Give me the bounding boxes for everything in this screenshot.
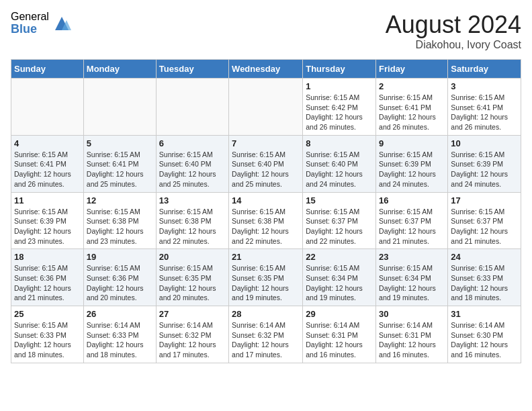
- calendar-cell: 10Sunrise: 6:15 AM Sunset: 6:39 PM Dayli…: [448, 135, 521, 192]
- calendar-cell: 26Sunrise: 6:14 AM Sunset: 6:33 PM Dayli…: [83, 306, 156, 363]
- day-info: Sunrise: 6:15 AM Sunset: 6:37 PM Dayligh…: [451, 207, 518, 246]
- weekday-header-sunday: Sunday: [11, 60, 84, 79]
- logo: General Blue: [11, 11, 72, 36]
- calendar-cell: 15Sunrise: 6:15 AM Sunset: 6:37 PM Dayli…: [303, 192, 376, 249]
- calendar-cell: 16Sunrise: 6:15 AM Sunset: 6:37 PM Dayli…: [376, 192, 448, 249]
- calendar-cell: 5Sunrise: 6:15 AM Sunset: 6:41 PM Daylig…: [83, 135, 156, 192]
- day-number: 28: [232, 309, 300, 319]
- day-info: Sunrise: 6:15 AM Sunset: 6:35 PM Dayligh…: [232, 263, 300, 303]
- day-info: Sunrise: 6:15 AM Sunset: 6:41 PM Dayligh…: [379, 93, 445, 132]
- calendar-cell: 27Sunrise: 6:14 AM Sunset: 6:32 PM Dayli…: [156, 306, 228, 363]
- weekday-header-monday: Monday: [83, 60, 156, 79]
- calendar-week-row: 11Sunrise: 6:15 AM Sunset: 6:39 PM Dayli…: [11, 192, 521, 249]
- day-number: 21: [232, 252, 300, 262]
- day-info: Sunrise: 6:15 AM Sunset: 6:40 PM Dayligh…: [306, 150, 373, 189]
- calendar-cell: 6Sunrise: 6:15 AM Sunset: 6:40 PM Daylig…: [156, 135, 228, 192]
- day-info: Sunrise: 6:15 AM Sunset: 6:38 PM Dayligh…: [87, 207, 153, 246]
- day-info: Sunrise: 6:15 AM Sunset: 6:41 PM Dayligh…: [451, 93, 518, 132]
- day-info: Sunrise: 6:15 AM Sunset: 6:41 PM Dayligh…: [14, 150, 81, 189]
- calendar-cell: 24Sunrise: 6:15 AM Sunset: 6:33 PM Dayli…: [448, 249, 521, 306]
- logo-general: General: [11, 11, 49, 23]
- day-number: 31: [451, 309, 518, 319]
- day-info: Sunrise: 6:15 AM Sunset: 6:34 PM Dayligh…: [379, 263, 445, 303]
- calendar-cell: 12Sunrise: 6:15 AM Sunset: 6:38 PM Dayli…: [83, 192, 156, 249]
- day-number: 18: [14, 252, 81, 262]
- weekday-header-thursday: Thursday: [303, 60, 376, 79]
- day-info: Sunrise: 6:15 AM Sunset: 6:41 PM Dayligh…: [87, 150, 153, 189]
- day-number: 16: [379, 195, 445, 205]
- day-number: 17: [451, 195, 518, 205]
- day-info: Sunrise: 6:14 AM Sunset: 6:31 PM Dayligh…: [379, 320, 445, 360]
- day-number: 2: [379, 81, 445, 91]
- calendar-cell: 14Sunrise: 6:15 AM Sunset: 6:38 PM Dayli…: [229, 192, 303, 249]
- day-info: Sunrise: 6:15 AM Sunset: 6:37 PM Dayligh…: [306, 207, 373, 246]
- day-info: Sunrise: 6:15 AM Sunset: 6:36 PM Dayligh…: [14, 263, 81, 303]
- day-info: Sunrise: 6:15 AM Sunset: 6:36 PM Dayligh…: [87, 263, 153, 303]
- day-number: 3: [451, 81, 518, 91]
- day-number: 13: [159, 195, 226, 205]
- calendar-cell: [11, 79, 84, 136]
- calendar-cell: [83, 79, 156, 136]
- day-number: 9: [379, 138, 445, 148]
- calendar-cell: [229, 79, 303, 136]
- day-number: 23: [379, 252, 445, 262]
- day-info: Sunrise: 6:15 AM Sunset: 6:40 PM Dayligh…: [159, 150, 226, 189]
- day-info: Sunrise: 6:15 AM Sunset: 6:38 PM Dayligh…: [232, 207, 300, 246]
- day-info: Sunrise: 6:15 AM Sunset: 6:33 PM Dayligh…: [14, 320, 81, 360]
- calendar-cell: 21Sunrise: 6:15 AM Sunset: 6:35 PM Dayli…: [229, 249, 303, 306]
- calendar-table: SundayMondayTuesdayWednesdayThursdayFrid…: [11, 59, 521, 363]
- day-number: 24: [451, 252, 518, 262]
- day-number: 7: [232, 138, 300, 148]
- day-number: 8: [306, 138, 373, 148]
- calendar-cell: 2Sunrise: 6:15 AM Sunset: 6:41 PM Daylig…: [376, 79, 448, 136]
- calendar-cell: 13Sunrise: 6:15 AM Sunset: 6:38 PM Dayli…: [156, 192, 228, 249]
- calendar-cell: 22Sunrise: 6:15 AM Sunset: 6:34 PM Dayli…: [303, 249, 376, 306]
- day-number: 22: [306, 252, 373, 262]
- day-number: 11: [14, 195, 81, 205]
- calendar-cell: 17Sunrise: 6:15 AM Sunset: 6:37 PM Dayli…: [448, 192, 521, 249]
- day-info: Sunrise: 6:15 AM Sunset: 6:33 PM Dayligh…: [451, 263, 518, 303]
- calendar-cell: 9Sunrise: 6:15 AM Sunset: 6:39 PM Daylig…: [376, 135, 448, 192]
- weekday-header-friday: Friday: [376, 60, 448, 79]
- day-number: 29: [306, 309, 373, 319]
- day-number: 12: [87, 195, 153, 205]
- calendar-cell: 23Sunrise: 6:15 AM Sunset: 6:34 PM Dayli…: [376, 249, 448, 306]
- day-number: 27: [159, 309, 226, 319]
- weekday-header-tuesday: Tuesday: [156, 60, 228, 79]
- calendar-cell: 3Sunrise: 6:15 AM Sunset: 6:41 PM Daylig…: [448, 79, 521, 136]
- calendar-week-row: 4Sunrise: 6:15 AM Sunset: 6:41 PM Daylig…: [11, 135, 521, 192]
- day-number: 19: [87, 252, 153, 262]
- calendar-cell: 28Sunrise: 6:14 AM Sunset: 6:32 PM Dayli…: [229, 306, 303, 363]
- day-info: Sunrise: 6:14 AM Sunset: 6:32 PM Dayligh…: [159, 320, 226, 360]
- day-info: Sunrise: 6:14 AM Sunset: 6:33 PM Dayligh…: [87, 320, 153, 360]
- calendar-week-row: 1Sunrise: 6:15 AM Sunset: 6:42 PM Daylig…: [11, 79, 521, 136]
- calendar-cell: 25Sunrise: 6:15 AM Sunset: 6:33 PM Dayli…: [11, 306, 84, 363]
- day-info: Sunrise: 6:15 AM Sunset: 6:34 PM Dayligh…: [306, 263, 373, 303]
- day-number: 6: [159, 138, 226, 148]
- calendar-cell: 1Sunrise: 6:15 AM Sunset: 6:42 PM Daylig…: [303, 79, 376, 136]
- day-number: 1: [306, 81, 373, 91]
- day-number: 4: [14, 138, 81, 148]
- month-year-title: August 2024: [386, 11, 521, 39]
- day-number: 15: [306, 195, 373, 205]
- day-info: Sunrise: 6:15 AM Sunset: 6:39 PM Dayligh…: [14, 207, 81, 246]
- day-info: Sunrise: 6:14 AM Sunset: 6:32 PM Dayligh…: [232, 320, 300, 360]
- day-number: 26: [87, 309, 153, 319]
- calendar-week-row: 25Sunrise: 6:15 AM Sunset: 6:33 PM Dayli…: [11, 306, 521, 363]
- calendar-week-row: 18Sunrise: 6:15 AM Sunset: 6:36 PM Dayli…: [11, 249, 521, 306]
- calendar-cell: [156, 79, 228, 136]
- weekday-header-saturday: Saturday: [448, 60, 521, 79]
- title-block: August 2024 Diakohou, Ivory Coast: [386, 11, 521, 51]
- day-info: Sunrise: 6:15 AM Sunset: 6:40 PM Dayligh…: [232, 150, 300, 189]
- calendar-cell: 30Sunrise: 6:14 AM Sunset: 6:31 PM Dayli…: [376, 306, 448, 363]
- calendar-cell: 29Sunrise: 6:14 AM Sunset: 6:31 PM Dayli…: [303, 306, 376, 363]
- day-info: Sunrise: 6:15 AM Sunset: 6:42 PM Dayligh…: [306, 93, 373, 132]
- day-number: 14: [232, 195, 300, 205]
- calendar-cell: 31Sunrise: 6:14 AM Sunset: 6:30 PM Dayli…: [448, 306, 521, 363]
- day-number: 25: [14, 309, 81, 319]
- calendar-cell: 11Sunrise: 6:15 AM Sunset: 6:39 PM Dayli…: [11, 192, 84, 249]
- logo-icon: [52, 13, 72, 34]
- day-info: Sunrise: 6:14 AM Sunset: 6:31 PM Dayligh…: [306, 320, 373, 360]
- day-info: Sunrise: 6:15 AM Sunset: 6:39 PM Dayligh…: [379, 150, 445, 189]
- logo-blue: Blue: [11, 23, 49, 36]
